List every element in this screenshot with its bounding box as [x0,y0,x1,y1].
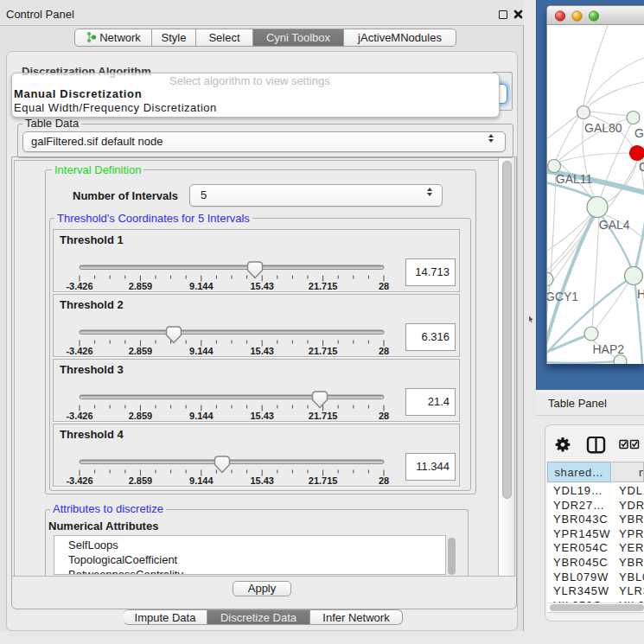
svg-text:28: 28 [379,346,389,356]
svg-text:HAP2: HAP2 [593,342,625,356]
svg-text:CY: CY [639,160,644,174]
svg-text:28: 28 [379,475,389,486]
svg-text:2.859: 2.859 [129,281,153,291]
svg-text:28: 28 [379,281,389,291]
svg-text:2.859: 2.859 [129,411,153,421]
svg-text:GCY1: GCY1 [547,290,578,303]
svg-text:9.144: 9.144 [189,411,214,421]
svg-text:2.859: 2.859 [129,475,153,486]
svg-text:21.715: 21.715 [309,475,338,486]
svg-text:2.859: 2.859 [129,346,153,356]
svg-text:-3.426: -3.426 [66,346,92,356]
svg-text:9.144: 9.144 [189,475,214,486]
svg-text:-3.426: -3.426 [66,281,92,291]
svg-text:GAL80: GAL80 [584,121,622,135]
svg-text:-3.426: -3.426 [66,475,92,486]
svg-text:15.43: 15.43 [250,411,274,421]
svg-text:21.715: 21.715 [309,346,338,356]
svg-text:28: 28 [379,411,389,421]
svg-text:HA: HA [637,287,644,301]
svg-text:21.715: 21.715 [309,411,338,421]
svg-text:GAL4: GAL4 [599,218,630,232]
svg-text:15.43: 15.43 [250,346,274,356]
svg-text:15.43: 15.43 [250,475,274,486]
svg-text:21.715: 21.715 [309,281,338,291]
svg-text:GAL1: GAL1 [634,126,644,140]
svg-text:GAL11: GAL11 [556,172,593,186]
svg-text:-3.426: -3.426 [66,411,92,421]
svg-text:9.144: 9.144 [189,281,214,291]
svg-text:9.144: 9.144 [189,346,214,356]
svg-text:15.43: 15.43 [250,281,274,291]
